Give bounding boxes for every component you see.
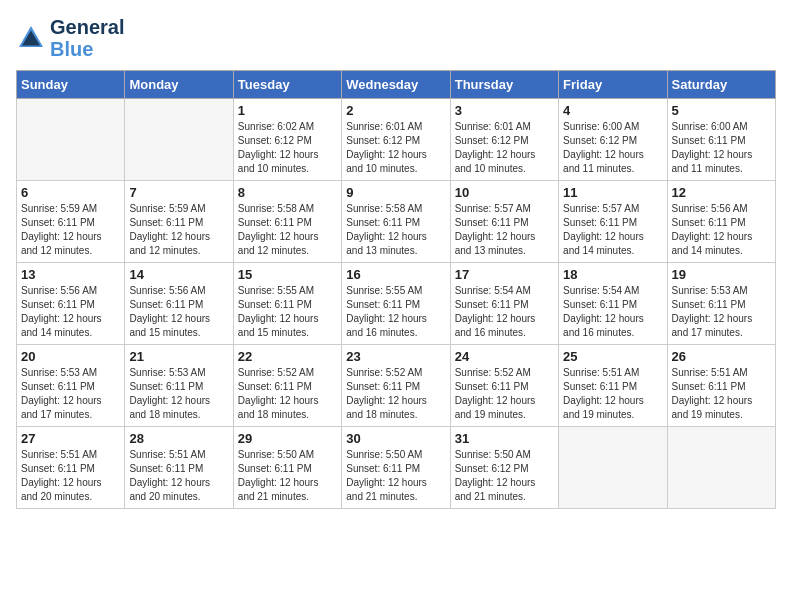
weekday-header-tuesday: Tuesday	[233, 71, 341, 99]
day-number: 24	[455, 349, 554, 364]
logo: General Blue	[16, 16, 124, 60]
day-info: Sunrise: 5:53 AM Sunset: 6:11 PM Dayligh…	[129, 366, 228, 422]
day-cell: 15Sunrise: 5:55 AM Sunset: 6:11 PM Dayli…	[233, 263, 341, 345]
day-info: Sunrise: 5:56 AM Sunset: 6:11 PM Dayligh…	[129, 284, 228, 340]
day-number: 29	[238, 431, 337, 446]
weekday-header-monday: Monday	[125, 71, 233, 99]
day-info: Sunrise: 5:50 AM Sunset: 6:11 PM Dayligh…	[346, 448, 445, 504]
day-info: Sunrise: 5:56 AM Sunset: 6:11 PM Dayligh…	[21, 284, 120, 340]
day-cell: 26Sunrise: 5:51 AM Sunset: 6:11 PM Dayli…	[667, 345, 775, 427]
day-number: 11	[563, 185, 662, 200]
calendar-table: SundayMondayTuesdayWednesdayThursdayFrid…	[16, 70, 776, 509]
day-cell: 27Sunrise: 5:51 AM Sunset: 6:11 PM Dayli…	[17, 427, 125, 509]
day-cell	[667, 427, 775, 509]
day-info: Sunrise: 5:51 AM Sunset: 6:11 PM Dayligh…	[21, 448, 120, 504]
day-info: Sunrise: 6:02 AM Sunset: 6:12 PM Dayligh…	[238, 120, 337, 176]
day-info: Sunrise: 5:57 AM Sunset: 6:11 PM Dayligh…	[455, 202, 554, 258]
day-info: Sunrise: 5:53 AM Sunset: 6:11 PM Dayligh…	[21, 366, 120, 422]
day-number: 19	[672, 267, 771, 282]
day-number: 3	[455, 103, 554, 118]
week-row-4: 20Sunrise: 5:53 AM Sunset: 6:11 PM Dayli…	[17, 345, 776, 427]
day-cell: 17Sunrise: 5:54 AM Sunset: 6:11 PM Dayli…	[450, 263, 558, 345]
day-cell: 23Sunrise: 5:52 AM Sunset: 6:11 PM Dayli…	[342, 345, 450, 427]
day-number: 13	[21, 267, 120, 282]
day-number: 26	[672, 349, 771, 364]
weekday-header-wednesday: Wednesday	[342, 71, 450, 99]
day-info: Sunrise: 5:57 AM Sunset: 6:11 PM Dayligh…	[563, 202, 662, 258]
day-number: 7	[129, 185, 228, 200]
day-number: 8	[238, 185, 337, 200]
day-number: 1	[238, 103, 337, 118]
day-cell: 6Sunrise: 5:59 AM Sunset: 6:11 PM Daylig…	[17, 181, 125, 263]
day-number: 6	[21, 185, 120, 200]
day-cell: 22Sunrise: 5:52 AM Sunset: 6:11 PM Dayli…	[233, 345, 341, 427]
logo-text: General Blue	[50, 16, 124, 60]
day-number: 9	[346, 185, 445, 200]
day-info: Sunrise: 5:54 AM Sunset: 6:11 PM Dayligh…	[563, 284, 662, 340]
day-cell: 31Sunrise: 5:50 AM Sunset: 6:12 PM Dayli…	[450, 427, 558, 509]
day-info: Sunrise: 5:50 AM Sunset: 6:12 PM Dayligh…	[455, 448, 554, 504]
day-cell: 28Sunrise: 5:51 AM Sunset: 6:11 PM Dayli…	[125, 427, 233, 509]
day-number: 2	[346, 103, 445, 118]
day-info: Sunrise: 5:54 AM Sunset: 6:11 PM Dayligh…	[455, 284, 554, 340]
week-row-5: 27Sunrise: 5:51 AM Sunset: 6:11 PM Dayli…	[17, 427, 776, 509]
day-number: 18	[563, 267, 662, 282]
day-number: 5	[672, 103, 771, 118]
week-row-3: 13Sunrise: 5:56 AM Sunset: 6:11 PM Dayli…	[17, 263, 776, 345]
weekday-row: SundayMondayTuesdayWednesdayThursdayFrid…	[17, 71, 776, 99]
day-cell: 20Sunrise: 5:53 AM Sunset: 6:11 PM Dayli…	[17, 345, 125, 427]
day-number: 31	[455, 431, 554, 446]
day-cell: 14Sunrise: 5:56 AM Sunset: 6:11 PM Dayli…	[125, 263, 233, 345]
calendar-body: 1Sunrise: 6:02 AM Sunset: 6:12 PM Daylig…	[17, 99, 776, 509]
day-cell: 8Sunrise: 5:58 AM Sunset: 6:11 PM Daylig…	[233, 181, 341, 263]
day-info: Sunrise: 5:59 AM Sunset: 6:11 PM Dayligh…	[21, 202, 120, 258]
page-header: General Blue	[16, 16, 776, 60]
day-info: Sunrise: 5:51 AM Sunset: 6:11 PM Dayligh…	[672, 366, 771, 422]
day-cell: 24Sunrise: 5:52 AM Sunset: 6:11 PM Dayli…	[450, 345, 558, 427]
day-number: 25	[563, 349, 662, 364]
day-cell: 16Sunrise: 5:55 AM Sunset: 6:11 PM Dayli…	[342, 263, 450, 345]
day-number: 20	[21, 349, 120, 364]
day-cell: 1Sunrise: 6:02 AM Sunset: 6:12 PM Daylig…	[233, 99, 341, 181]
day-info: Sunrise: 5:50 AM Sunset: 6:11 PM Dayligh…	[238, 448, 337, 504]
day-number: 10	[455, 185, 554, 200]
day-cell: 13Sunrise: 5:56 AM Sunset: 6:11 PM Dayli…	[17, 263, 125, 345]
day-number: 27	[21, 431, 120, 446]
weekday-header-friday: Friday	[559, 71, 667, 99]
day-info: Sunrise: 5:59 AM Sunset: 6:11 PM Dayligh…	[129, 202, 228, 258]
day-number: 21	[129, 349, 228, 364]
day-number: 22	[238, 349, 337, 364]
calendar-header: SundayMondayTuesdayWednesdayThursdayFrid…	[17, 71, 776, 99]
day-cell: 29Sunrise: 5:50 AM Sunset: 6:11 PM Dayli…	[233, 427, 341, 509]
day-number: 16	[346, 267, 445, 282]
day-info: Sunrise: 5:58 AM Sunset: 6:11 PM Dayligh…	[238, 202, 337, 258]
day-cell: 21Sunrise: 5:53 AM Sunset: 6:11 PM Dayli…	[125, 345, 233, 427]
day-cell: 7Sunrise: 5:59 AM Sunset: 6:11 PM Daylig…	[125, 181, 233, 263]
day-info: Sunrise: 5:53 AM Sunset: 6:11 PM Dayligh…	[672, 284, 771, 340]
day-info: Sunrise: 6:00 AM Sunset: 6:12 PM Dayligh…	[563, 120, 662, 176]
day-cell	[17, 99, 125, 181]
day-number: 17	[455, 267, 554, 282]
day-cell: 30Sunrise: 5:50 AM Sunset: 6:11 PM Dayli…	[342, 427, 450, 509]
day-cell: 19Sunrise: 5:53 AM Sunset: 6:11 PM Dayli…	[667, 263, 775, 345]
week-row-1: 1Sunrise: 6:02 AM Sunset: 6:12 PM Daylig…	[17, 99, 776, 181]
day-number: 23	[346, 349, 445, 364]
day-number: 4	[563, 103, 662, 118]
day-number: 14	[129, 267, 228, 282]
day-info: Sunrise: 5:51 AM Sunset: 6:11 PM Dayligh…	[129, 448, 228, 504]
day-number: 12	[672, 185, 771, 200]
day-cell: 25Sunrise: 5:51 AM Sunset: 6:11 PM Dayli…	[559, 345, 667, 427]
day-cell: 9Sunrise: 5:58 AM Sunset: 6:11 PM Daylig…	[342, 181, 450, 263]
day-cell: 12Sunrise: 5:56 AM Sunset: 6:11 PM Dayli…	[667, 181, 775, 263]
day-number: 15	[238, 267, 337, 282]
day-info: Sunrise: 6:00 AM Sunset: 6:11 PM Dayligh…	[672, 120, 771, 176]
day-cell: 4Sunrise: 6:00 AM Sunset: 6:12 PM Daylig…	[559, 99, 667, 181]
day-info: Sunrise: 5:51 AM Sunset: 6:11 PM Dayligh…	[563, 366, 662, 422]
day-cell: 2Sunrise: 6:01 AM Sunset: 6:12 PM Daylig…	[342, 99, 450, 181]
weekday-header-thursday: Thursday	[450, 71, 558, 99]
weekday-header-sunday: Sunday	[17, 71, 125, 99]
day-info: Sunrise: 6:01 AM Sunset: 6:12 PM Dayligh…	[455, 120, 554, 176]
week-row-2: 6Sunrise: 5:59 AM Sunset: 6:11 PM Daylig…	[17, 181, 776, 263]
weekday-header-saturday: Saturday	[667, 71, 775, 99]
day-info: Sunrise: 5:56 AM Sunset: 6:11 PM Dayligh…	[672, 202, 771, 258]
